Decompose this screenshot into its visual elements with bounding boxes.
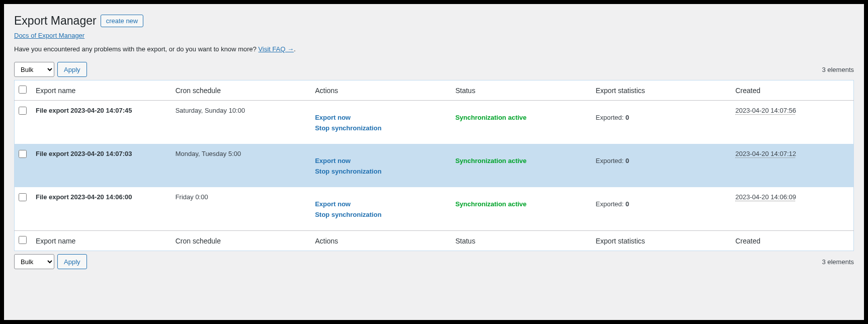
export-now-link[interactable]: Export now — [315, 114, 445, 121]
exported-count: 0 — [626, 157, 629, 165]
row-checkbox-cell — [15, 101, 31, 144]
col-status-footer[interactable]: Status — [450, 231, 590, 251]
exported-label: Exported: — [596, 114, 626, 121]
faq-link[interactable]: Visit FAQ → — [258, 45, 294, 53]
cron-cell: Monday, Tuesday 5:00 — [170, 144, 310, 187]
stats-cell: Exported: 0 — [591, 187, 731, 231]
row-checkbox-cell — [15, 187, 31, 231]
actions-cell: Export nowStop synchronization — [310, 144, 450, 187]
table-header-row: Export name Cron schedule Actions Status… — [15, 80, 854, 101]
exported-stat: Exported: 0 — [596, 114, 630, 121]
export-name-cell: File export 2023-04-20 14:07:03 — [31, 144, 170, 187]
status-badge: Synchronization active — [455, 114, 527, 121]
stats-cell: Exported: 0 — [591, 144, 731, 187]
elements-count-bottom: 3 elements — [822, 258, 854, 266]
col-name-footer[interactable]: Export name — [31, 231, 170, 251]
select-all-header — [15, 80, 31, 101]
col-cron-header[interactable]: Cron schedule — [170, 80, 310, 101]
col-actions-footer: Actions — [310, 231, 450, 251]
toolbar-bottom: Bulk Apply 3 elements — [14, 254, 854, 269]
exported-stat: Exported: 0 — [596, 157, 630, 165]
cron-cell: Friday 0:00 — [170, 187, 310, 231]
created-cell: 2023-04-20 14:06:09 — [730, 187, 853, 231]
cron-cell: Saturday, Sunday 10:00 — [170, 101, 310, 144]
row-checkbox-cell — [15, 144, 31, 187]
col-cron-footer[interactable]: Cron schedule — [170, 231, 310, 251]
actions-cell: Export nowStop synchronization — [310, 101, 450, 144]
stop-sync-link[interactable]: Stop synchronization — [315, 168, 445, 175]
col-created-footer[interactable]: Created — [730, 231, 853, 251]
page-container: Export Manager create new Docs of Export… — [4, 4, 864, 320]
status-cell: Synchronization active — [450, 187, 590, 231]
exported-count: 0 — [626, 114, 629, 121]
col-created-header[interactable]: Created — [730, 80, 853, 101]
export-now-link[interactable]: Export now — [315, 200, 445, 208]
elements-count: 3 elements — [822, 66, 854, 73]
docs-link[interactable]: Docs of Export Manager — [14, 32, 84, 39]
exported-stat: Exported: 0 — [596, 200, 630, 208]
create-new-button[interactable]: create new — [101, 15, 144, 27]
select-all-footer-cell — [15, 231, 31, 251]
col-actions-header: Actions — [310, 80, 450, 101]
bulk-select[interactable]: Bulk — [14, 62, 54, 77]
stop-sync-link[interactable]: Stop synchronization — [315, 211, 445, 218]
faq-prefix: Have you encountered any problems with t… — [14, 45, 258, 53]
col-name-header[interactable]: Export name — [31, 80, 170, 101]
status-cell: Synchronization active — [450, 101, 590, 144]
header: Export Manager create new — [14, 14, 854, 28]
status-cell: Synchronization active — [450, 144, 590, 187]
stop-sync-link[interactable]: Stop synchronization — [315, 124, 445, 132]
toolbar-top: Bulk Apply 3 elements — [14, 62, 854, 77]
col-stats-header[interactable]: Export statistics — [591, 80, 731, 101]
row-checkbox[interactable] — [19, 193, 27, 201]
apply-button[interactable]: Apply — [57, 62, 87, 77]
created-cell: 2023-04-20 14:07:56 — [730, 101, 853, 144]
export-name-cell: File export 2023-04-20 14:07:45 — [31, 101, 170, 144]
row-checkbox[interactable] — [19, 150, 27, 158]
created-date: 2023-04-20 14:06:09 — [735, 193, 796, 201]
table-row: File export 2023-04-20 14:07:45Saturday,… — [15, 101, 854, 144]
export-now-link[interactable]: Export now — [315, 157, 445, 165]
col-stats-footer[interactable]: Export statistics — [591, 231, 731, 251]
stats-cell: Exported: 0 — [591, 101, 731, 144]
status-badge: Synchronization active — [455, 200, 527, 208]
table-footer-row: Export name Cron schedule Actions Status… — [15, 231, 854, 251]
table-row: File export 2023-04-20 14:07:03Monday, T… — [15, 144, 854, 187]
apply-button-bottom[interactable]: Apply — [57, 254, 87, 269]
row-checkbox[interactable] — [19, 107, 27, 115]
bulk-select-bottom[interactable]: Bulk — [14, 254, 54, 269]
status-badge: Synchronization active — [455, 157, 527, 165]
col-status-header[interactable]: Status — [450, 80, 590, 101]
table-row: File export 2023-04-20 14:06:00Friday 0:… — [15, 187, 854, 231]
created-date: 2023-04-20 14:07:12 — [735, 150, 796, 157]
exported-count: 0 — [626, 200, 629, 208]
exported-label: Exported: — [596, 200, 626, 208]
select-all-checkbox[interactable] — [19, 86, 27, 94]
export-name-cell: File export 2023-04-20 14:06:00 — [31, 187, 170, 231]
created-cell: 2023-04-20 14:07:12 — [730, 144, 853, 187]
exported-label: Exported: — [596, 157, 626, 165]
faq-suffix: . — [294, 45, 296, 53]
created-date: 2023-04-20 14:07:56 — [735, 107, 796, 114]
bulk-controls-bottom: Bulk Apply — [14, 254, 87, 269]
export-name[interactable]: File export 2023-04-20 14:07:45 — [36, 107, 132, 114]
select-all-footer-checkbox[interactable] — [19, 236, 27, 244]
exports-table: Export name Cron schedule Actions Status… — [14, 80, 854, 251]
faq-text: Have you encountered any problems with t… — [14, 45, 854, 53]
bulk-controls: Bulk Apply — [14, 62, 87, 77]
export-name[interactable]: File export 2023-04-20 14:06:00 — [36, 193, 132, 201]
page-title: Export Manager — [14, 14, 97, 28]
export-name[interactable]: File export 2023-04-20 14:07:03 — [36, 150, 132, 157]
actions-cell: Export nowStop synchronization — [310, 187, 450, 231]
